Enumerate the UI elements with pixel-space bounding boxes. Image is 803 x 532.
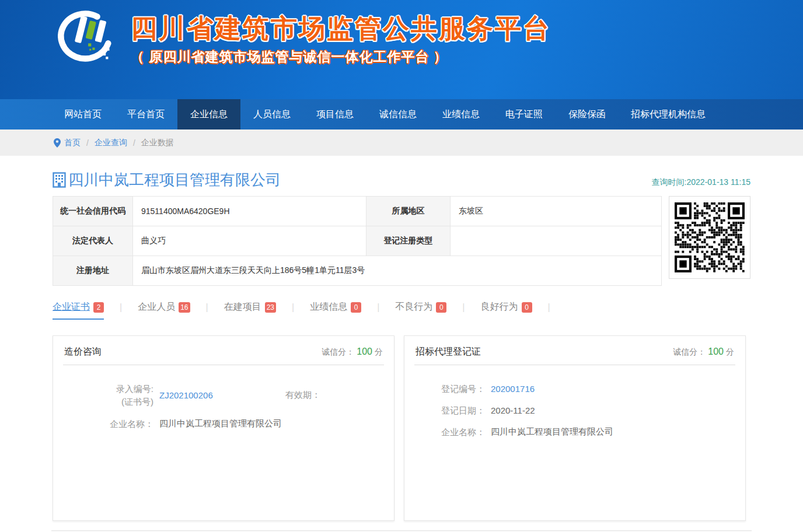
company-info-table: 统一社会信用代码 91511400MA6420GE9H 所属地区 东坡区 法定代… bbox=[53, 196, 662, 286]
tab-good-behavior[interactable]: 良好行为 0 bbox=[481, 301, 532, 318]
certificate-number-link[interactable]: ZJ202100206 bbox=[159, 390, 247, 400]
info-label: 统一社会信用代码 bbox=[53, 197, 133, 226]
building-icon bbox=[53, 172, 66, 188]
nav-item-website-home[interactable]: 网站首页 bbox=[51, 99, 114, 130]
tab-separator: | bbox=[462, 301, 465, 314]
tab-separator: | bbox=[548, 301, 550, 314]
tab-separator: | bbox=[377, 301, 379, 314]
enterprise-name-value: 四川中岚工程项目管理有限公司 bbox=[491, 426, 613, 438]
tab-enterprise-personnel[interactable]: 企业人员 16 bbox=[138, 301, 190, 318]
registration-date-value: 2020-11-22 bbox=[491, 405, 535, 415]
registered-address-value: 眉山市东坡区眉州大道东三段天天向上186号5幢1单元11层3号 bbox=[133, 256, 662, 286]
integrity-score: 诚信分：100分 bbox=[673, 346, 734, 358]
table-row: 统一社会信用代码 91511400MA6420GE9H 所属地区 东坡区 bbox=[53, 197, 662, 226]
breadcrumb: 首页 / 企业查询 / 企业数据 bbox=[51, 130, 752, 156]
integrity-score: 诚信分：100分 bbox=[322, 346, 383, 358]
site-header: 四川省建筑市场监管公共服务平台 （ 原四川省建筑市场监管与诚信一体化工作平台 ） bbox=[0, 0, 803, 99]
breadcrumb-separator: / bbox=[86, 138, 89, 148]
tab-bad-behavior[interactable]: 不良行为 0 bbox=[395, 301, 446, 318]
detail-tabs: 企业证书 2 | 企业人员 16 | 在建项目 23 | 业绩信息 0 | 不良… bbox=[53, 301, 752, 320]
location-pin-icon bbox=[54, 138, 61, 148]
nav-item-bidding-agency-info[interactable]: 招标代理机构信息 bbox=[619, 99, 718, 130]
count-badge: 16 bbox=[179, 302, 190, 313]
breadcrumb-separator: / bbox=[133, 138, 135, 148]
count-badge: 2 bbox=[93, 302, 104, 313]
legal-representative-value: 曲义巧 bbox=[133, 226, 366, 256]
count-badge: 0 bbox=[522, 302, 532, 313]
card-title: 招标代理登记证 bbox=[416, 346, 481, 358]
qr-code bbox=[669, 196, 750, 279]
tab-separator: | bbox=[292, 301, 294, 314]
tab-separator: | bbox=[206, 301, 208, 314]
nav-item-insurance-guarantee[interactable]: 保险保函 bbox=[556, 99, 619, 130]
site-subtitle: （ 原四川省建筑市场监管与诚信一体化工作平台 ） bbox=[131, 48, 551, 66]
nav-item-platform-home[interactable]: 平台首页 bbox=[114, 99, 177, 130]
main-content: 四川中岚工程项目管理有限公司 查询时间:2022-01-13 11:15 统一社… bbox=[51, 156, 752, 532]
card-title: 造价咨询 bbox=[64, 346, 102, 358]
count-badge: 0 bbox=[351, 302, 361, 313]
table-row: 注册地址 眉山市东坡区眉州大道东三段天天向上186号5幢1单元11层3号 bbox=[53, 256, 662, 286]
company-name-text: 四川中岚工程项目管理有限公司 bbox=[68, 170, 281, 190]
score-value: 100 bbox=[357, 346, 372, 356]
breadcrumb-enterprise-search-link[interactable]: 企业查询 bbox=[95, 138, 127, 148]
info-label: 登记注册类型 bbox=[366, 226, 451, 256]
nav-item-enterprise-info[interactable]: 企业信息 bbox=[177, 99, 240, 130]
nav-item-integrity-info[interactable]: 诚信信息 bbox=[366, 99, 430, 130]
tab-enterprise-certificates[interactable]: 企业证书 2 bbox=[53, 301, 104, 320]
breadcrumb-current: 企业数据 bbox=[141, 138, 174, 148]
company-name-heading: 四川中岚工程项目管理有限公司 bbox=[53, 170, 281, 190]
nav-item-performance-info[interactable]: 业绩信息 bbox=[430, 99, 493, 130]
entry-number-label: 录入编号: (证书号) bbox=[65, 383, 153, 408]
score-value: 100 bbox=[708, 346, 724, 356]
count-badge: 0 bbox=[436, 302, 446, 313]
registration-date-label: 登记日期： bbox=[416, 404, 485, 417]
info-label: 法定代表人 bbox=[53, 226, 133, 256]
query-time: 查询时间:2022-01-13 11:15 bbox=[652, 177, 750, 190]
breadcrumb-home-link[interactable]: 首页 bbox=[64, 138, 81, 148]
table-row: 法定代表人 曲义巧 登记注册类型 bbox=[53, 226, 662, 256]
registration-number-label: 登记编号： bbox=[416, 383, 485, 396]
nav-item-project-info[interactable]: 项目信息 bbox=[303, 99, 366, 130]
registration-number-link[interactable]: 202001716 bbox=[491, 384, 535, 394]
validity-period-label: 有效期： bbox=[285, 390, 320, 401]
enterprise-name-label: 企业名称： bbox=[416, 426, 485, 439]
info-label: 注册地址 bbox=[53, 256, 133, 286]
tab-projects-under-construction[interactable]: 在建项目 23 bbox=[224, 301, 276, 318]
credit-code-value: 91511400MA6420GE9H bbox=[133, 197, 366, 226]
enterprise-name-value: 四川中岚工程项目管理有限公司 bbox=[159, 418, 282, 429]
region-value: 东坡区 bbox=[451, 197, 662, 226]
info-label: 所属地区 bbox=[366, 197, 451, 226]
card-cost-consulting: 造价咨询 诚信分：100分 录入编号: (证书号) ZJ202100206 有效… bbox=[53, 335, 394, 521]
platform-logo-icon bbox=[53, 8, 121, 69]
registration-type-value bbox=[451, 226, 662, 256]
nav-item-personnel-info[interactable]: 人员信息 bbox=[240, 99, 303, 130]
card-bidding-agency-certificate: 招标代理登记证 诚信分：100分 登记编号： 202001716 登记日期： 2… bbox=[404, 335, 746, 521]
site-title: 四川省建筑市场监管公共服务平台 bbox=[131, 14, 551, 43]
main-nav: 网站首页 平台首页 企业信息 人员信息 项目信息 诚信信息 业绩信息 电子证照 … bbox=[0, 99, 803, 130]
tab-performance-info[interactable]: 业绩信息 0 bbox=[310, 301, 361, 318]
count-badge: 23 bbox=[265, 302, 276, 313]
breadcrumb-bar: 首页 / 企业查询 / 企业数据 bbox=[0, 130, 803, 156]
tab-separator: | bbox=[120, 301, 122, 314]
enterprise-name-label: 企业名称： bbox=[65, 418, 153, 430]
nav-item-e-certificate[interactable]: 电子证照 bbox=[493, 99, 556, 130]
